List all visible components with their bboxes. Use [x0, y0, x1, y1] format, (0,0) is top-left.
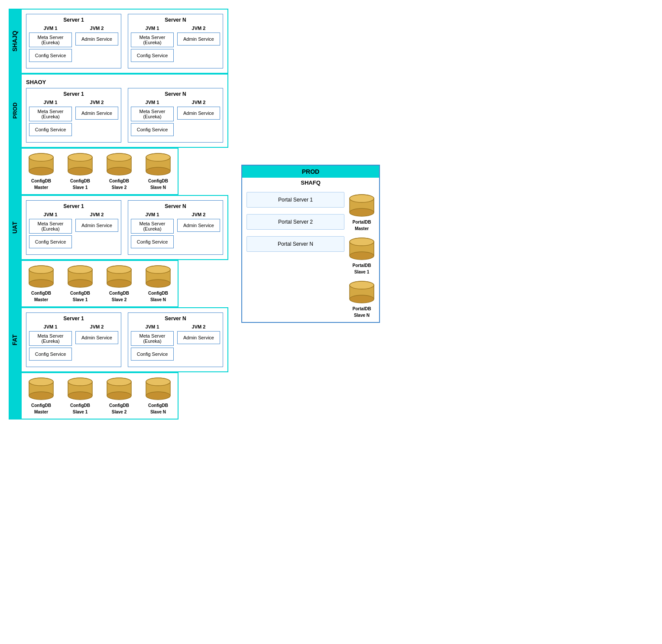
db-area: ConfigDB Master ConfigDB Slave 1	[21, 260, 178, 307]
db-cylinder-icon	[349, 194, 375, 218]
server-title: Server N	[131, 315, 220, 322]
db-cylinder-icon	[67, 153, 93, 177]
env-label-db	[9, 260, 21, 307]
env-label-db	[9, 148, 21, 195]
db-top-label: ConfigDB	[70, 291, 90, 296]
server-box: Server N JVM 1 Meta Server(Eureka)Config…	[128, 14, 223, 68]
svg-point-89	[350, 281, 374, 289]
db-bottom-label: Slave N	[150, 185, 166, 190]
service-box: Admin Service	[177, 219, 220, 232]
jvm2-col: JVM 2 Admin Service	[177, 100, 220, 138]
server-box: Server N JVM 1 Meta Server(Eureka)Config…	[128, 312, 223, 367]
svg-point-2	[29, 167, 53, 175]
service-box: Admin Service	[75, 219, 118, 232]
jvm1-col: JVM 1 Meta Server(Eureka)Config Service	[131, 26, 174, 64]
service-box: Config Service	[131, 49, 174, 62]
jvm1-col: JVM 1 Meta Server(Eureka)Config Service	[29, 100, 72, 138]
db-top-label: ConfigDB	[148, 403, 168, 408]
jvm1-col: JVM 1 Meta Server(Eureka)Config Service	[29, 324, 72, 362]
db-cylinder-icon	[145, 153, 171, 177]
server-box: Server 1 JVM 1 Meta Server(Eureka)Config…	[26, 14, 121, 68]
db-top-label: ConfigDB	[31, 403, 51, 408]
jvm-row: JVM 1 Meta Server(Eureka)Config Service …	[29, 100, 118, 138]
svg-point-41	[107, 266, 131, 273]
svg-point-83	[350, 238, 374, 246]
db-bottom-label: Master	[355, 226, 369, 231]
svg-point-26	[29, 280, 53, 287]
svg-point-5	[29, 153, 53, 161]
jvm-row: JVM 1 Meta Server(Eureka)Config Service …	[131, 26, 220, 64]
service-box: Meta Server(Eureka)	[29, 107, 72, 121]
db-row: ConfigDB Master ConfigDB Slave 1	[9, 260, 228, 307]
db-top-label: ConfigDB	[31, 291, 51, 296]
jvm-row: JVM 1 Meta Server(Eureka)Config Service …	[131, 212, 220, 250]
jvm1-label: JVM 1	[29, 212, 72, 217]
jvm2-col: JVM 2 Admin Service	[75, 100, 118, 138]
db-cylinder-icon	[67, 377, 93, 401]
db-top-label: PortalDB	[353, 220, 371, 224]
db-cylinder-icon	[106, 153, 132, 177]
db-item: ConfigDB Slave 1	[67, 377, 93, 414]
db-item: PortalDB Master	[349, 194, 375, 231]
server-title: Server N	[131, 91, 220, 97]
db-bottom-label: Master	[34, 297, 48, 302]
service-box: Meta Server(Eureka)	[29, 219, 72, 234]
db-cylinder-icon	[145, 265, 171, 289]
jvm1-col: JVM 1 Meta Server(Eureka)Config Service	[29, 212, 72, 250]
svg-point-11	[68, 153, 92, 161]
db-top-label: ConfigDB	[109, 291, 129, 296]
db-bottom-label: Master	[34, 185, 48, 190]
jvm2-col: JVM 2 Admin Service	[177, 212, 220, 250]
service-box: Config Service	[131, 348, 174, 361]
svg-point-86	[350, 295, 374, 303]
jvm2-col: JVM 2 Admin Service	[75, 324, 118, 362]
server-box: Server 1 JVM 1 Meta Server(Eureka)Config…	[26, 200, 121, 255]
db-top-label: ConfigDB	[109, 179, 129, 183]
service-box: Admin Service	[177, 107, 220, 120]
db-item: ConfigDB Slave 2	[106, 265, 132, 302]
db-item: ConfigDB Slave 1	[67, 153, 93, 190]
db-item: ConfigDB Slave 1	[67, 265, 93, 302]
servers-area: Server 1 JVM 1 Meta Server(Eureka)Config…	[26, 14, 223, 68]
env-main-label: PROD	[12, 103, 18, 119]
db-area: ConfigDB Master ConfigDB Slave 1	[21, 148, 178, 195]
db-top-label: ConfigDB	[109, 403, 129, 408]
server-title: Server N	[131, 203, 220, 209]
db-item: ConfigDB Slave 2	[106, 377, 132, 414]
db-cylinder-icon	[106, 377, 132, 401]
svg-point-50	[29, 392, 53, 400]
db-cylinder-icon	[28, 265, 54, 289]
servers-area: Server 1 JVM 1 Meta Server(Eureka)Config…	[26, 200, 223, 255]
jvm1-col: JVM 1 Meta Server(Eureka)Config Service	[29, 26, 72, 64]
jvm-row: JVM 1 Meta Server(Eureka)Config Service …	[131, 100, 220, 138]
service-box: Admin Service	[75, 107, 118, 120]
portal-dbs: PortalDB Master PortalDB Slave 1	[349, 192, 375, 318]
db-bottom-label: Slave 1	[354, 270, 369, 274]
service-box: Config Service	[29, 123, 72, 136]
service-box: Config Service	[131, 123, 174, 136]
service-box: Admin Service	[75, 331, 118, 344]
portal-server-box: Portal Server 1	[247, 192, 344, 208]
service-box: Admin Service	[75, 33, 118, 46]
svg-point-44	[146, 280, 170, 287]
server-title: Server 1	[29, 315, 118, 322]
env-sublabel: SHAOY	[26, 79, 223, 85]
db-cylinder-icon	[28, 153, 54, 177]
server-box: Server 1 JVM 1 Meta Server(Eureka)Config…	[26, 88, 121, 143]
prod-subtitle: SHAFQ	[242, 178, 379, 188]
jvm2-label: JVM 2	[177, 212, 220, 217]
server-box: Server N JVM 1 Meta Server(Eureka)Config…	[128, 88, 223, 143]
jvm1-label: JVM 1	[131, 324, 174, 329]
db-bottom-label: Slave N	[354, 313, 370, 318]
service-box: Meta Server(Eureka)	[131, 331, 174, 346]
jvm1-label: JVM 1	[29, 26, 72, 31]
env-label-shaoy: PROD	[9, 74, 21, 148]
db-bottom-label: Master	[34, 410, 48, 414]
db-item: ConfigDB Master	[28, 265, 54, 302]
svg-point-74	[350, 208, 374, 216]
svg-point-71	[146, 378, 170, 386]
svg-point-8	[68, 167, 92, 175]
db-cylinder-icon	[106, 265, 132, 289]
env-content-shajq: Server 1 JVM 1 Meta Server(Eureka)Config…	[21, 9, 228, 74]
jvm2-col: JVM 2 Admin Service	[177, 26, 220, 64]
